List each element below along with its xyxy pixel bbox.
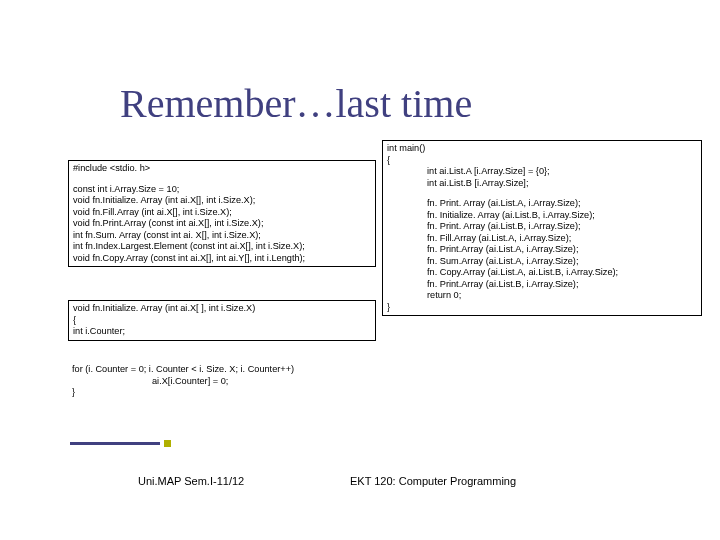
code-line: void fn.Print.Array (const int ai.X[], i… bbox=[73, 218, 371, 230]
code-line: fn. Copy.Array (ai.List.A, ai.List.B, i.… bbox=[387, 267, 697, 279]
code-line: for (i. Counter = 0; i. Counter < i. Siz… bbox=[72, 364, 370, 376]
code-box-main: int main() { int ai.List.A [i.Array.Size… bbox=[382, 140, 702, 316]
code-line: { bbox=[387, 155, 697, 167]
code-line: #include <stdio. h> bbox=[73, 163, 371, 175]
code-box-function-start: void fn.Initialize. Array (int ai.X[ ], … bbox=[68, 300, 376, 341]
code-line: int main() bbox=[387, 143, 697, 155]
code-line: fn. Initialize. Array (ai.List.B, i.Arra… bbox=[387, 210, 697, 222]
code-line: { bbox=[73, 315, 371, 327]
code-line: } bbox=[72, 387, 370, 399]
code-box-declarations: #include <stdio. h> const int i.Array.Si… bbox=[68, 160, 376, 267]
code-line: int fn.Sum. Array (const int ai. X[], in… bbox=[73, 230, 371, 242]
code-line: int fn.Index.Largest.Element (const int … bbox=[73, 241, 371, 253]
code-line: int ai.List.B [i.Array.Size]; bbox=[387, 178, 697, 190]
footer-right: EKT 120: Computer Programming bbox=[350, 475, 516, 487]
code-line: return 0; bbox=[387, 290, 697, 302]
code-line: fn. Fill.Array (ai.List.A, i.Array.Size)… bbox=[387, 233, 697, 245]
code-line: int i.Counter; bbox=[73, 326, 371, 338]
code-line: fn. Sum.Array (ai.List.A, i.Array.Size); bbox=[387, 256, 697, 268]
accent-bar bbox=[70, 442, 160, 445]
code-line: } bbox=[387, 302, 697, 314]
code-line: void fn.Initialize. Array (int ai.X[], i… bbox=[73, 195, 371, 207]
code-line: void fn.Fill.Array (int ai.X[], int i.Si… bbox=[73, 207, 371, 219]
code-line: ai.X[i.Counter] = 0; bbox=[72, 376, 370, 388]
code-line: void fn.Initialize. Array (int ai.X[ ], … bbox=[73, 303, 371, 315]
code-line: void fn.Copy.Array (const int ai.X[], in… bbox=[73, 253, 371, 265]
code-line: const int i.Array.Size = 10; bbox=[73, 184, 371, 196]
accent-square bbox=[164, 440, 171, 447]
footer-left: Uni.MAP Sem.I-11/12 bbox=[138, 475, 244, 487]
code-line: fn. Print. Array (ai.List.A, i.Array.Siz… bbox=[387, 198, 697, 210]
code-box-function-body: for (i. Counter = 0; i. Counter < i. Siz… bbox=[68, 362, 374, 401]
code-line: fn. Print. Array (ai.List.B, i.Array.Siz… bbox=[387, 221, 697, 233]
slide-title: Remember…last time bbox=[120, 80, 472, 127]
code-line: int ai.List.A [i.Array.Size] = {0}; bbox=[387, 166, 697, 178]
code-line: fn. Print.Array (ai.List.B, i.Array.Size… bbox=[387, 279, 697, 291]
code-line: fn. Print.Array (ai.List.A, i.Array.Size… bbox=[387, 244, 697, 256]
